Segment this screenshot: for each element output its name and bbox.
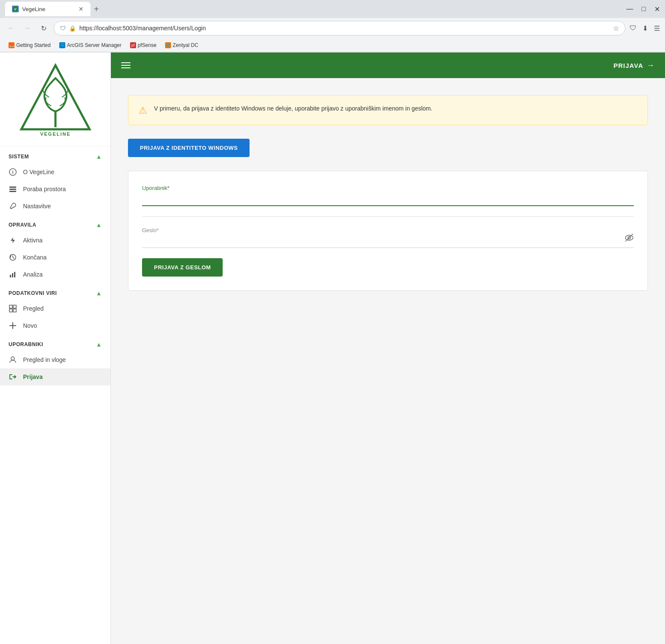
bookmark-star-icon[interactable]: ☆	[613, 24, 619, 32]
shield-toolbar-icon[interactable]: 🛡	[630, 24, 636, 32]
header-login-arrow-icon: →	[647, 61, 655, 70]
sidebar-item-label-prijava: Prijava	[23, 373, 43, 380]
alert-text: V primeru, da prijava z identiteto Windo…	[154, 104, 433, 113]
header-login-label: PRIJAVA	[613, 62, 643, 69]
svg-rect-14	[12, 273, 13, 277]
sidebar-item-aktivna[interactable]: Aktivna	[0, 232, 110, 249]
bookmark-firefox-icon: 🦊	[9, 42, 15, 48]
warning-icon: ⚠	[139, 105, 147, 116]
toolbar-icons: 🛡 ⬇ ☰	[630, 24, 660, 32]
sidebar-item-novo[interactable]: Novo	[0, 317, 110, 334]
bookmark-zentyal-icon: 🌐	[165, 42, 171, 48]
sidebar-section-arrow-sistem[interactable]: ▲	[96, 153, 102, 160]
new-tab-button[interactable]: +	[94, 4, 99, 14]
svg-rect-16	[9, 305, 12, 308]
password-toggle-icon[interactable]	[624, 233, 634, 245]
sidebar-item-nastavitve[interactable]: Nastavitve	[0, 198, 110, 215]
minimize-button[interactable]: —	[626, 5, 633, 13]
alert-box: ⚠ V primeru, da prijava z identiteto Win…	[128, 95, 648, 125]
header-login-button[interactable]: PRIJAVA →	[613, 61, 655, 70]
url-text[interactable]: https://localhost:5003/management/Users/…	[79, 25, 610, 32]
bookmark-arcgis-icon: 🌐	[59, 42, 65, 48]
tab-favicon: V	[12, 6, 19, 12]
close-button[interactable]: ✕	[654, 5, 660, 13]
reload-button[interactable]: ↻	[38, 22, 49, 34]
login-arrow-icon	[9, 373, 17, 381]
download-icon[interactable]: ⬇	[642, 24, 648, 32]
hamburger-line-2	[121, 65, 131, 66]
tab-close-button[interactable]: ✕	[78, 6, 84, 12]
tab-title: VegeLine	[22, 6, 75, 12]
sidebar-item-label-koncana: Končana	[23, 254, 46, 261]
sidebar-section-sistem: SISTEM ▲ i O VegeLine Poraba prostora Na	[0, 146, 110, 215]
wrench-icon	[9, 202, 17, 210]
sidebar-item-o-vegeline[interactable]: i O VegeLine	[0, 163, 110, 181]
username-label: Uporabnik*	[142, 185, 634, 191]
sidebar-item-label-pregled: Pregled	[23, 305, 44, 312]
sidebar-item-pregled[interactable]: Pregled	[0, 300, 110, 317]
svg-marker-10	[11, 237, 15, 243]
info-icon: i	[9, 168, 17, 176]
app-container: VEGELINE SISTEM ▲ i O VegeLine	[0, 52, 665, 644]
sidebar-section-label-sistem: SISTEM	[9, 154, 29, 160]
sidebar-item-koncana[interactable]: Končana	[0, 249, 110, 266]
sidebar-section-header-sistem: SISTEM ▲	[0, 146, 110, 163]
password-login-button[interactable]: PRIJAVA Z GESLOM	[142, 258, 223, 277]
back-button[interactable]: ←	[5, 22, 17, 34]
sidebar-item-label-analiza: Analiza	[23, 271, 43, 278]
storage-icon	[9, 185, 17, 193]
password-input[interactable]	[142, 235, 634, 248]
svg-rect-17	[13, 305, 16, 308]
main-header: PRIJAVA →	[111, 52, 665, 78]
forward-button[interactable]: →	[21, 22, 33, 34]
username-field: Uporabnik*	[142, 185, 634, 206]
bookmark-pfsense-label: pfSense	[138, 42, 157, 48]
sidebar-section-arrow-uporabniki[interactable]: ▲	[96, 341, 102, 348]
sidebar-section-header-podatkovni-viri: PODATKOVNI VIRI ▲	[0, 283, 110, 300]
svg-rect-15	[14, 272, 15, 277]
bookmark-getting-started-label: Getting Started	[16, 42, 51, 48]
hamburger-line-3	[121, 67, 131, 68]
svg-rect-13	[10, 275, 11, 277]
shield-icon: 🛡	[60, 25, 66, 32]
menu-icon[interactable]: ☰	[654, 24, 660, 32]
windows-login-button[interactable]: PRIJAVA Z IDENTITETO WINDOWS	[128, 139, 250, 157]
bookmark-arcgis[interactable]: 🌐 ArcGIS Server Manager	[56, 41, 125, 50]
address-bar[interactable]: 🛡 🔒 https://localhost:5003/management/Us…	[54, 21, 625, 35]
main-body: ⚠ V primeru, da prijava z identiteto Win…	[111, 78, 665, 644]
main-content: PRIJAVA → ⚠ V primeru, da prijava z iden…	[111, 52, 665, 644]
bookmark-zentyal[interactable]: 🌐 Zentyal DC	[162, 41, 202, 50]
sidebar-item-analiza[interactable]: Analiza	[0, 266, 110, 283]
sidebar-section-label-uporabniki: UPORABNIKI	[9, 341, 43, 347]
sidebar-logo: VEGELINE	[0, 52, 110, 146]
chart-icon	[9, 270, 17, 279]
bookmarks-bar: 🦊 Getting Started 🌐 ArcGIS Server Manage…	[0, 38, 665, 52]
sidebar-section-opravila: OPRAVILA ▲ Aktivna Končana Analiza	[0, 215, 110, 283]
sidebar-section-arrow-opravila[interactable]: ▲	[96, 221, 102, 228]
sidebar-item-label-novo: Novo	[23, 322, 37, 329]
svg-rect-9	[9, 191, 16, 192]
password-field: Geslo*	[142, 227, 634, 248]
history-icon	[9, 253, 17, 262]
sidebar-item-label-o-vegeline: O VegeLine	[23, 169, 54, 175]
sidebar-item-poraba-prostora[interactable]: Poraba prostora	[0, 181, 110, 198]
plus-icon	[9, 321, 17, 330]
browser-toolbar: ← → ↻ 🛡 🔒 https://localhost:5003/managem…	[0, 18, 665, 38]
sidebar-item-prijava[interactable]: Prijava	[0, 368, 110, 385]
sidebar-item-label-pregled-in-vloge: Pregled in vloge	[23, 356, 66, 363]
bookmark-getting-started[interactable]: 🦊 Getting Started	[5, 41, 54, 50]
form-divider	[142, 216, 634, 217]
grid-icon	[9, 304, 17, 313]
sidebar-item-pregled-in-vloge[interactable]: Pregled in vloge	[0, 351, 110, 368]
maximize-button[interactable]: □	[642, 5, 646, 13]
hamburger-menu-button[interactable]	[121, 62, 131, 68]
bookmark-pfsense[interactable]: pf pfSense	[127, 41, 160, 50]
sidebar-item-label-aktivna: Aktivna	[23, 237, 43, 244]
username-input[interactable]	[142, 193, 634, 206]
sidebar-section-label-opravila: OPRAVILA	[9, 222, 36, 228]
sidebar-section-arrow-podatkovni-viri[interactable]: ▲	[96, 290, 102, 297]
bookmark-zentyal-label: Zentyal DC	[173, 42, 198, 48]
hamburger-line-1	[121, 62, 131, 63]
browser-tab[interactable]: V VegeLine ✕	[5, 2, 90, 16]
login-form-card: Uporabnik* Geslo* PRIJAVA Z GESLOM	[128, 171, 648, 291]
